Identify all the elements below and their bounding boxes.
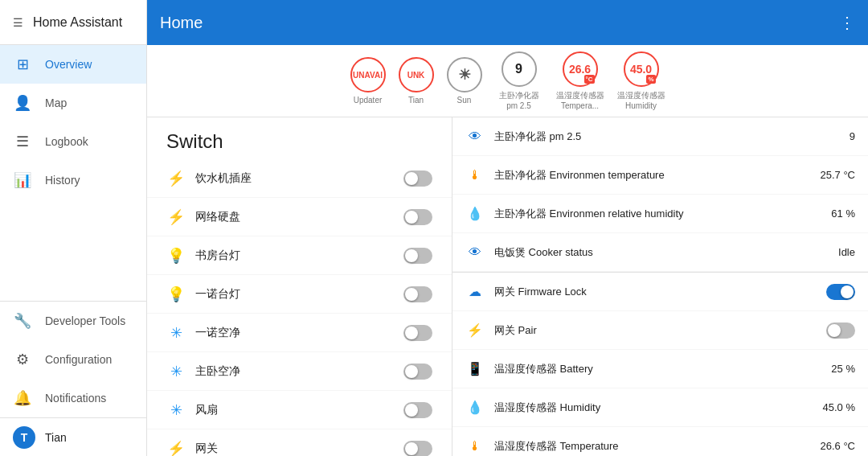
switch-label: 书房台灯: [195, 249, 403, 263]
sensor-value: 25 %: [831, 363, 855, 375]
status-display: 26.6: [569, 63, 591, 76]
switch-icon: ⚡: [166, 208, 186, 226]
sidebar-item-label: Logbook: [45, 135, 88, 148]
sidebar-item-configuration[interactable]: ⚙Configuration: [0, 340, 146, 379]
overview-icon: ⊞: [13, 55, 32, 73]
sensor-value: 9: [850, 130, 855, 142]
sidebar-item-developer-tools[interactable]: 🔧Developer Tools: [0, 302, 146, 340]
status-display: UNK: [407, 71, 425, 80]
switch-icon: 💡: [166, 247, 186, 265]
sensor-label: 主卧净化器 Environmen relative humidity: [494, 207, 831, 221]
status-label: 温湿度传感器 Tempera...: [556, 90, 604, 110]
status-item-temp-sensor[interactable]: 26.6 °C 温湿度传感器 Tempera...: [556, 51, 604, 110]
sensor-icon: 🌡: [465, 168, 485, 183]
sensor-panel: 👁 主卧净化器 pm 2.5 9 🌡 主卧净化器 Environmen temp…: [452, 117, 868, 456]
page-title: Home: [160, 14, 203, 32]
toggle-switch[interactable]: [403, 248, 432, 264]
switch-item: ✳ 一诺空净: [147, 314, 452, 352]
switch-icon: ✳: [166, 401, 186, 419]
switch-icon: ⚡: [166, 440, 186, 457]
topbar-menu-icon[interactable]: ⋮: [839, 13, 855, 32]
switch-label: 饮水机插座: [195, 171, 403, 186]
sensor-icon: 👁: [465, 129, 485, 144]
developer-tools-icon: 🔧: [13, 312, 32, 330]
status-circle: 45.0 %: [624, 51, 659, 87]
switch-item: ✳ 主卧空净: [147, 352, 452, 391]
sidebar-item-label: Configuration: [45, 353, 112, 366]
toggle-switch[interactable]: [403, 209, 432, 225]
switch-label: 一诺空净: [195, 326, 403, 340]
content-area: Switch ⚡ 饮水机插座 ⚡ 网络硬盘 💡 书房台灯 💡 一诺台灯 ✳ 一诺…: [147, 117, 868, 456]
status-label: Sun: [457, 96, 472, 105]
sensor-section-1: ☁ 网关 Firmware Lock ⚡ 网关 Pair 📱 温湿度传感器 Ba…: [452, 273, 868, 456]
sensor-icon: ⚡: [465, 322, 485, 338]
status-item-humidity-sensor[interactable]: 45.0 % 温湿度传感器 Humidity: [617, 51, 665, 110]
switch-icon: 💡: [166, 286, 186, 303]
sidebar-item-history[interactable]: 📊History: [0, 161, 146, 199]
logbook-icon: ☰: [13, 133, 32, 150]
sidebar-item-map[interactable]: 👤Map: [0, 84, 146, 122]
switch-item: ⚡ 饮水机插座: [147, 159, 452, 198]
sidebar-nav: ⊞Overview👤Map☰Logbook📊History: [0, 45, 146, 301]
switch-label: 主卧空净: [195, 364, 403, 379]
sidebar-item-overview[interactable]: ⊞Overview: [0, 45, 146, 84]
status-item-sun[interactable]: ☀ Sun: [447, 57, 482, 105]
switch-title: Switch: [147, 117, 452, 159]
sensor-icon: ☁: [465, 284, 485, 299]
sensor-item: 💧 温湿度传感器 Humidity 45.0 %: [452, 388, 868, 427]
sensor-label: 温湿度传感器 Battery: [494, 362, 831, 376]
sensor-value: 25.7 °C: [820, 169, 855, 181]
sensor-icon: 💧: [465, 400, 485, 415]
switch-label: 网关: [195, 442, 403, 456]
toggle-switch[interactable]: [403, 286, 432, 302]
menu-icon[interactable]: ☰: [13, 16, 23, 29]
user-name: Tian: [45, 431, 67, 444]
sensor-label: 网关 Firmware Lock: [494, 285, 826, 299]
sensor-icon: 🌡: [465, 439, 485, 454]
user-item[interactable]: T Tian: [0, 417, 146, 456]
sensor-label: 温湿度传感器 Humidity: [494, 401, 823, 415]
toggle-switch[interactable]: [403, 170, 432, 187]
toggle-switch[interactable]: [403, 402, 432, 418]
switch-icon: ✳: [166, 363, 186, 380]
sidebar-item-label: History: [45, 174, 80, 187]
sensor-label: 主卧净化器 pm 2.5: [494, 129, 850, 144]
status-badge: °C: [584, 75, 595, 84]
sensor-icon: 📱: [465, 361, 485, 376]
sensor-toggle[interactable]: [826, 284, 855, 300]
sensor-item: 👁 主卧净化器 pm 2.5 9: [452, 117, 868, 156]
status-circle: ☀: [447, 57, 482, 92]
sensor-label: 电饭煲 Cooker status: [494, 245, 838, 260]
status-label: 温湿度传感器 Humidity: [617, 90, 665, 110]
switch-item: ✳ 风扇: [147, 391, 452, 429]
switch-label: 一诺台灯: [195, 287, 403, 302]
switch-label: 风扇: [195, 403, 403, 417]
status-display: UNAVAI: [353, 71, 383, 80]
sidebar-item-logbook[interactable]: ☰Logbook: [0, 122, 146, 161]
status-item-updater[interactable]: UNAVAI Updater: [350, 57, 386, 105]
status-circle: 26.6 °C: [563, 51, 598, 87]
sensor-item: 🌡 主卧净化器 Environmen temperature 25.7 °C: [452, 156, 868, 195]
sensor-toggle[interactable]: [826, 322, 855, 339]
toggle-switch[interactable]: [403, 325, 432, 341]
switch-label: 网络硬盘: [195, 210, 403, 224]
notifications-icon: 🔔: [13, 389, 32, 407]
toggle-switch[interactable]: [403, 441, 432, 457]
status-item-purifier-pm[interactable]: 9 主卧净化器 pm 2.5: [495, 51, 543, 110]
sidebar-item-label: Overview: [45, 58, 92, 71]
status-item-tian[interactable]: UNK Tian: [399, 57, 434, 105]
status-circle: UNK: [399, 57, 434, 92]
sensor-icon: 💧: [465, 206, 485, 221]
status-circle: 9: [502, 51, 537, 87]
toggle-switch[interactable]: [403, 364, 432, 380]
avatar: T: [13, 426, 35, 449]
status-bar: UNAVAI Updater UNK Tian ☀ Sun 9 主卧净化器 pm…: [147, 45, 868, 117]
sensor-item: 💧 主卧净化器 Environmen relative humidity 61 …: [452, 195, 868, 233]
sensor-section-0: 👁 主卧净化器 pm 2.5 9 🌡 主卧净化器 Environmen temp…: [452, 117, 868, 273]
sensor-item: ⚡ 网关 Pair: [452, 311, 868, 350]
sidebar-item-label: Notifications: [45, 392, 106, 405]
switch-item: ⚡ 网关: [147, 429, 452, 456]
sensor-label: 主卧净化器 Environmen temperature: [494, 168, 820, 183]
sidebar-item-notifications[interactable]: 🔔Notifications: [0, 379, 146, 417]
sensor-item: 🌡 温湿度传感器 Temperature 26.6 °C: [452, 427, 868, 456]
